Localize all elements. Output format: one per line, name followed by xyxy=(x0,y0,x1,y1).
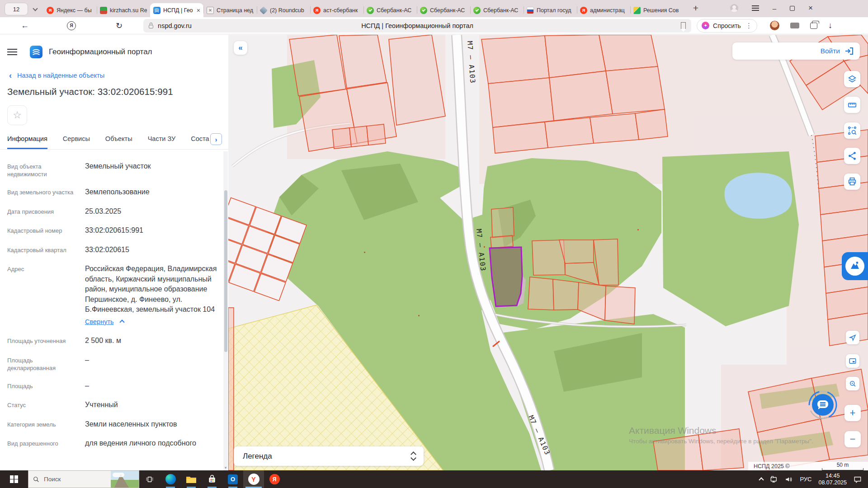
tab-counter-value[interactable]: 12 xyxy=(5,3,28,15)
layers-button[interactable] xyxy=(844,71,860,87)
clock[interactable]: 14:45 08.07.2025 xyxy=(818,473,847,486)
browser-tab[interactable]: Яадминистрац xyxy=(577,3,630,17)
close-window-button[interactable]: × xyxy=(808,4,813,13)
locate-button[interactable] xyxy=(846,331,859,344)
more-options-icon[interactable]: ⋮ xyxy=(745,22,752,30)
tab-services[interactable]: Сервисы xyxy=(63,135,90,149)
user-avatar[interactable] xyxy=(770,21,779,30)
screen: 12 ЯЯндекс — бы kirzhach.su Re НСПД | Ге… xyxy=(0,0,868,488)
browser-tab[interactable]: ЯЯндекс — бы xyxy=(43,3,97,17)
login-button[interactable]: Войти xyxy=(732,42,860,60)
browser-tab[interactable]: ✕Страница нед xyxy=(203,3,257,17)
browser-tab[interactable]: Сбербанк-АС xyxy=(470,3,524,17)
zoom-in-button[interactable]: + xyxy=(844,405,861,421)
tab-objects[interactable]: Объекты xyxy=(105,135,132,149)
search-object-button[interactable] xyxy=(846,377,859,390)
area-search-button[interactable] xyxy=(844,122,860,139)
browser-tab[interactable]: Яаст-сбербанк xyxy=(310,3,363,17)
new-tab-button[interactable]: + xyxy=(690,3,702,14)
map-attribution: НСПД 2025 © 50 m xyxy=(748,462,868,470)
chat-button[interactable] xyxy=(808,390,837,419)
chevron-left-icon: ‹ xyxy=(9,72,12,79)
minimap-icon xyxy=(849,357,857,365)
scrollbar-down-arrow[interactable]: ▾ xyxy=(223,465,228,470)
network-icon[interactable] xyxy=(770,476,778,483)
store-app[interactable] xyxy=(202,470,222,488)
profile-icon[interactable] xyxy=(730,4,738,12)
tab-composition[interactable]: Соста xyxy=(191,135,210,149)
back-to-results-link[interactable]: ‹ Назад в найденные объекты xyxy=(9,72,228,79)
legend-toggle[interactable]: Легенда xyxy=(234,446,424,466)
url-text[interactable]: nspd.gov.ru xyxy=(158,22,192,29)
russia-flag-icon xyxy=(527,7,534,14)
back-icon[interactable]: ← xyxy=(21,21,29,30)
panel-scrollbar[interactable]: ▾ xyxy=(223,151,228,470)
chevron-down-icon[interactable] xyxy=(33,6,38,11)
tray-expand-icon[interactable] xyxy=(759,477,764,482)
close-tab-icon[interactable]: × xyxy=(197,7,200,14)
yandex-browser-app[interactable]: Y xyxy=(243,470,264,488)
collapse-address-link[interactable]: Свернуть xyxy=(85,317,221,327)
zoom-out-button[interactable]: − xyxy=(844,431,861,447)
maximize-button[interactable] xyxy=(790,6,795,11)
minimap-button[interactable] xyxy=(846,354,859,368)
browser-tab[interactable]: Портал госуд xyxy=(524,3,577,17)
refresh-icon[interactable]: ↻ xyxy=(116,21,123,31)
file-explorer-app[interactable] xyxy=(181,470,202,488)
store-bag-icon xyxy=(208,475,217,484)
ruler-icon xyxy=(847,100,857,110)
map-area[interactable]: М7 – А103 М7 – А103 М7 – А103 « Войти xyxy=(228,35,868,470)
share-button[interactable] xyxy=(844,148,860,164)
start-button[interactable] xyxy=(0,470,28,488)
edge-app[interactable] xyxy=(160,470,181,488)
tab-information[interactable]: Информация xyxy=(7,135,47,149)
yandex-search-icon[interactable]: Я xyxy=(67,21,76,30)
volume-icon[interactable] xyxy=(785,476,793,483)
wallet-icon[interactable] xyxy=(790,23,799,28)
menu-icon[interactable] xyxy=(7,49,17,55)
language-indicator[interactable]: РУС xyxy=(800,476,811,483)
browser-tab[interactable]: Решения Сов xyxy=(630,3,684,17)
sber-check-icon xyxy=(367,7,374,14)
field-row-address: Адрес Российская Федерация, Владимирская… xyxy=(7,264,224,327)
scrollbar-thumb[interactable] xyxy=(224,190,227,352)
outlook-app[interactable]: O xyxy=(222,470,243,488)
browser-tab[interactable]: kirzhach.su Re xyxy=(97,3,150,17)
ask-button[interactable]: ✦ Спросить ⋮ xyxy=(697,19,757,33)
bookmark-icon[interactable] xyxy=(681,22,686,29)
measure-button[interactable] xyxy=(844,97,860,113)
task-view-button[interactable] xyxy=(139,470,160,488)
search-highlight-image[interactable] xyxy=(111,471,139,488)
assistant-side-tab[interactable] xyxy=(842,252,868,280)
tab-parts[interactable]: Части ЗУ xyxy=(148,135,176,149)
tab-counter[interactable]: 12 xyxy=(5,3,37,15)
notifications-icon[interactable] xyxy=(854,476,862,483)
settlement-flag-icon xyxy=(633,7,641,14)
browser-tab[interactable]: Сбербанк-АС xyxy=(363,3,417,17)
collapse-panel-button[interactable]: « xyxy=(234,41,247,55)
field-row: Вид объекта недвижимостиЗемельный участо… xyxy=(7,161,224,178)
sber-check-icon xyxy=(420,7,427,14)
page-title: Земельный участок: 33:02:020615:991 xyxy=(7,86,221,97)
taskbar-search[interactable]: Поиск xyxy=(28,470,139,488)
address-value: Российская Федерация, Владимирская облас… xyxy=(85,265,217,313)
map-canvas[interactable]: М7 – А103 М7 – А103 М7 – А103 xyxy=(228,35,868,470)
tab-groups-icon[interactable] xyxy=(810,23,817,29)
sber-check-icon xyxy=(473,7,481,14)
browser-tab-active[interactable]: НСПД | Гео × xyxy=(150,3,203,17)
nspd-pin-icon xyxy=(845,257,864,276)
favorite-button[interactable]: ☆ xyxy=(7,105,27,125)
browser-tab[interactable]: (2) Roundcub xyxy=(257,3,310,17)
selected-parcel[interactable] xyxy=(490,247,522,306)
minimize-button[interactable]: – xyxy=(773,5,776,12)
print-button[interactable] xyxy=(844,174,860,190)
browser-menu-icon[interactable] xyxy=(752,5,759,11)
browser-tab[interactable]: Сбербанк-АС xyxy=(417,3,470,17)
tabs-scroll-right-button[interactable]: › xyxy=(210,133,222,145)
field-row: Вид земельного участкаЗемлепользование xyxy=(7,187,224,197)
yandex-app[interactable]: Я xyxy=(264,470,285,488)
field-row: СтатусУчтенный xyxy=(7,400,224,410)
downloads-icon[interactable]: ↓ xyxy=(828,21,832,30)
select-search-icon xyxy=(847,126,857,136)
address-bar[interactable]: nspd.gov.ru НСПД | Геоинформационный пор… xyxy=(143,19,691,33)
